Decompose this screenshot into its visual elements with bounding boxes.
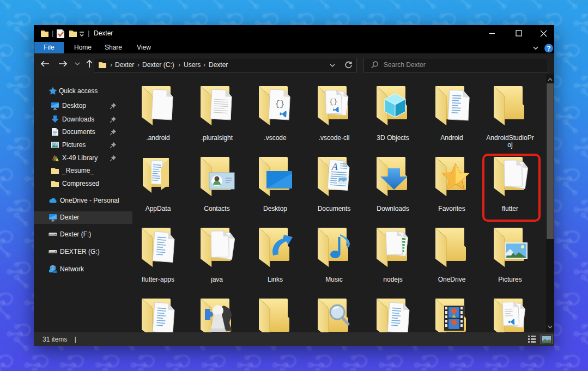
svg-text:{}: {} <box>329 98 338 106</box>
svg-text:{}: {} <box>275 99 285 109</box>
svg-text:?: ? <box>547 45 550 52</box>
